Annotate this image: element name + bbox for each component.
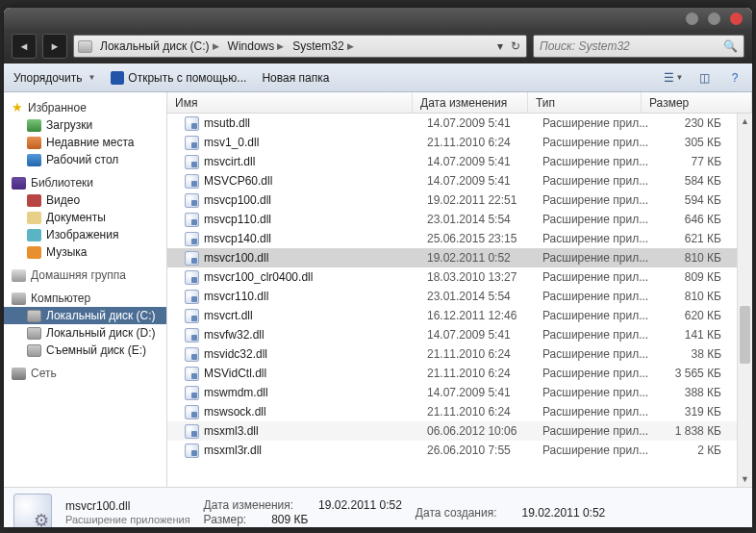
scroll-thumb[interactable] <box>740 306 750 364</box>
file-type: Расширение прил... <box>542 136 656 149</box>
file-name: msvfw32.dll <box>204 328 427 342</box>
folder-icon <box>27 137 41 149</box>
file-row[interactable]: msutb.dll14.07.2009 5:41Расширение прил.… <box>167 114 752 133</box>
file-row[interactable]: msvcp140.dll25.06.2015 23:15Расширение п… <box>167 229 752 248</box>
sidebar-network[interactable]: Сеть <box>4 365 166 382</box>
sidebar-drive-item[interactable]: Съемный диск (E:) <box>4 342 166 359</box>
file-row[interactable]: msvcr100_clr0400.dll18.03.2010 13:27Расш… <box>167 267 752 287</box>
file-type: Расширение прил... <box>542 367 656 380</box>
file-row[interactable]: MSVidCtl.dll21.11.2010 6:24Расширение пр… <box>167 364 752 383</box>
file-row[interactable]: MSVCP60.dll14.07.2009 5:41Расширение при… <box>167 171 752 190</box>
dll-icon <box>185 290 199 304</box>
search-input[interactable] <box>540 39 723 53</box>
refresh-icon[interactable]: ↻ <box>509 39 522 53</box>
view-options-button[interactable]: ☰ ▼ <box>666 70 681 86</box>
sidebar-favorites-header[interactable]: ★Избранное <box>4 98 166 116</box>
column-name[interactable]: Имя <box>167 92 413 113</box>
file-row[interactable]: msvcrt.dll16.12.2011 12:46Расширение при… <box>167 306 752 325</box>
file-date: 14.07.2009 5:41 <box>427 328 542 342</box>
file-row[interactable]: msvfw32.dll14.07.2009 5:41Расширение при… <box>167 325 752 344</box>
sidebar-item-label: Локальный диск (C:) <box>46 309 156 322</box>
file-row[interactable]: mswsock.dll21.11.2010 6:24Расширение при… <box>167 402 752 421</box>
sidebar-item[interactable]: Рабочий стол <box>4 151 166 168</box>
address-dropdown[interactable]: ▾ <box>493 39 507 53</box>
file-date: 21.11.2010 6:24 <box>427 367 542 380</box>
forward-button[interactable]: ► <box>42 34 67 59</box>
file-name: msxml3.dll <box>204 424 427 438</box>
sidebar-item[interactable]: Недавние места <box>4 134 166 151</box>
breadcrumb[interactable]: Локальный диск (C:)▶ <box>98 39 224 53</box>
file-list[interactable]: msutb.dll14.07.2009 5:41Расширение прил.… <box>167 114 752 487</box>
openwith-button[interactable]: Открыть с помощью... <box>111 71 246 85</box>
scroll-up-icon[interactable]: ▲ <box>738 114 752 129</box>
sidebar-item[interactable]: Загрузки <box>4 116 166 134</box>
scrollbar[interactable]: ▲ ▼ <box>737 114 752 487</box>
file-type: Расширение прил... <box>542 309 656 322</box>
file-size: 38 КБ <box>656 347 733 361</box>
details-filetype: Расширение приложения <box>65 514 190 525</box>
dll-icon <box>185 232 199 246</box>
sidebar-item[interactable]: Музыка <box>4 243 166 261</box>
sidebar-item[interactable]: Изображения <box>4 226 166 243</box>
search-box[interactable]: 🔍 <box>533 35 744 58</box>
file-name: MSVCP60.dll <box>204 174 427 188</box>
file-size: 646 КБ <box>656 213 733 226</box>
disk-icon <box>27 327 41 340</box>
scroll-down-icon[interactable]: ▼ <box>738 471 752 487</box>
file-name: mswmdm.dll <box>204 386 427 399</box>
sidebar-homegroup[interactable]: Домашняя группа <box>4 266 166 284</box>
file-type: Расширение прил... <box>542 213 656 226</box>
dll-icon <box>185 328 199 343</box>
sidebar-libraries-header[interactable]: Библиотеки <box>4 174 166 191</box>
file-date: 16.12.2011 12:46 <box>427 309 542 322</box>
breadcrumb[interactable]: System32▶ <box>290 39 358 53</box>
column-size[interactable]: Размер <box>642 92 752 113</box>
file-row[interactable]: msvcr110.dll23.01.2014 5:54Расширение пр… <box>167 287 752 306</box>
file-list-pane: Имя Дата изменения Тип Размер msutb.dll1… <box>167 92 752 487</box>
column-date[interactable]: Дата изменения <box>413 92 528 113</box>
file-size: 809 КБ <box>656 270 733 284</box>
file-name: msvcp100.dll <box>204 193 427 207</box>
sidebar-item[interactable]: Документы <box>4 209 166 226</box>
file-row[interactable]: msxml3.dll06.06.2012 10:06Расширение при… <box>167 421 752 441</box>
preview-pane-button[interactable]: ◫ <box>696 70 712 86</box>
file-row[interactable]: msxml3r.dll26.06.2010 7:55Расширение при… <box>167 441 752 460</box>
address-bar[interactable]: Локальный диск (C:)▶ Windows▶ System32▶ … <box>73 35 527 58</box>
file-row[interactable]: mswmdm.dll14.07.2009 5:41Расширение прил… <box>167 383 752 402</box>
file-row[interactable]: msvcp100.dll19.02.2011 22:51Расширение п… <box>167 190 752 210</box>
file-row[interactable]: msvcr100.dll19.02.2011 0:52Расширение пр… <box>167 248 752 267</box>
computer-icon <box>12 292 26 305</box>
file-size: 305 КБ <box>656 136 733 149</box>
dll-icon <box>185 251 199 266</box>
dll-icon <box>185 213 199 227</box>
file-row[interactable]: msvcp110.dll23.01.2014 5:54Расширение пр… <box>167 210 752 229</box>
maximize-button[interactable] <box>708 13 720 25</box>
file-name: msvcirt.dll <box>204 155 427 168</box>
file-row[interactable]: msv1_0.dll21.11.2010 6:24Расширение прил… <box>167 133 752 152</box>
newfolder-button[interactable]: Новая папка <box>262 71 329 85</box>
minimize-button[interactable] <box>686 13 698 25</box>
file-name: mswsock.dll <box>204 405 427 419</box>
help-button[interactable]: ? <box>727 70 743 86</box>
back-button[interactable]: ◄ <box>12 34 37 59</box>
breadcrumb[interactable]: Windows▶ <box>226 39 290 53</box>
dll-icon <box>185 270 199 285</box>
organize-button[interactable]: Упорядочить▼ <box>13 71 95 85</box>
file-name: msxml3r.dll <box>204 444 427 457</box>
file-type: Расширение прил... <box>542 290 656 303</box>
file-row[interactable]: msvidc32.dll21.11.2010 6:24Расширение пр… <box>167 344 752 364</box>
file-size: 230 КБ <box>656 116 733 130</box>
column-type[interactable]: Тип <box>528 92 642 113</box>
sidebar-computer-header[interactable]: Компьютер <box>4 290 166 307</box>
file-type: Расширение прил... <box>542 386 656 399</box>
file-row[interactable]: msvcirt.dll14.07.2009 5:41Расширение при… <box>167 152 752 171</box>
chevron-right-icon: ▶ <box>213 41 219 51</box>
explorer-window: ◄ ► Локальный диск (C:)▶ Windows▶ System… <box>4 8 752 527</box>
sidebar-drive-item[interactable]: Локальный диск (D:) <box>4 324 166 342</box>
file-name: msvcr100.dll <box>204 251 427 265</box>
sidebar-item-label: Видео <box>46 193 80 207</box>
close-button[interactable] <box>730 13 743 25</box>
app-icon <box>111 71 124 85</box>
sidebar-item[interactable]: Видео <box>4 191 166 209</box>
sidebar-drive-item[interactable]: Локальный диск (C:) <box>4 307 166 324</box>
